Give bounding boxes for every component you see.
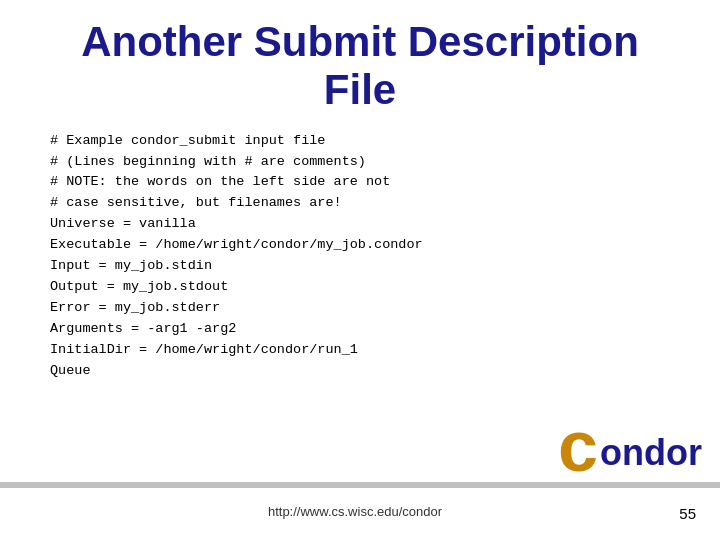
footer-url: http://www.cs.wisc.edu/condor — [268, 504, 442, 519]
code-line-11: InitialDir = /home/wright/condor/run_1 — [50, 340, 680, 361]
condor-word: ondor — [600, 432, 702, 482]
code-line-2: # (Lines beginning with # are comments) — [50, 152, 680, 173]
code-line-8: Output = my_job.stdout — [50, 277, 680, 298]
page-number: 55 — [679, 505, 696, 522]
code-line-1: # Example condor_submit input file — [50, 131, 680, 152]
code-line-5: Universe = vanilla — [50, 214, 680, 235]
code-line-7: Input = my_job.stdin — [50, 256, 680, 277]
code-line-9: Error = my_job.stderr — [50, 298, 680, 319]
slide: Another Submit Description File # Exampl… — [0, 0, 720, 540]
code-line-4: # case sensitive, but filenames are! — [50, 193, 680, 214]
slide-title: Another Submit Description File — [40, 18, 680, 115]
condor-c-letter: c — [558, 410, 598, 482]
condor-logo: c ondor — [558, 410, 702, 482]
code-line-3: # NOTE: the words on the left side are n… — [50, 172, 680, 193]
code-line-6: Executable = /home/wright/condor/my_job.… — [50, 235, 680, 256]
code-block: # Example condor_submit input file # (Li… — [50, 131, 680, 382]
bottom-bar — [0, 482, 720, 488]
code-line-12: Queue — [50, 361, 680, 382]
code-line-10: Arguments = -arg1 -arg2 — [50, 319, 680, 340]
footer: http://www.cs.wisc.edu/condor — [268, 502, 452, 520]
